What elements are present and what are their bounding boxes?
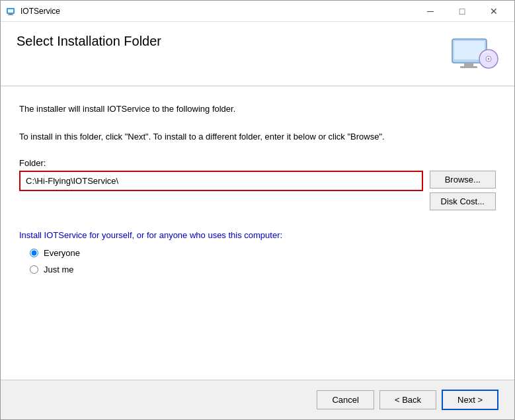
next-button[interactable]: Next >	[442, 390, 498, 410]
radio-everyone[interactable]: Everyone	[30, 248, 496, 258]
folder-input[interactable]	[19, 171, 423, 191]
content-area: The installer will install IOTService to…	[1, 87, 514, 380]
folder-row: Browse... Disk Cost...	[19, 171, 496, 210]
page-title: Select Installation Folder	[17, 34, 161, 49]
window-controls: ─ □ ✕	[415, 1, 509, 21]
folder-input-container	[19, 171, 423, 210]
svg-rect-7	[460, 66, 477, 68]
footer: Cancel < Back Next >	[1, 380, 514, 419]
header-icon	[451, 34, 498, 73]
back-button[interactable]: < Back	[379, 390, 436, 409]
folder-section: Folder: Browse... Disk Cost...	[19, 158, 496, 210]
desc-line2: To install in this folder, click "Next".…	[19, 130, 496, 144]
close-button[interactable]: ✕	[479, 1, 509, 21]
svg-rect-1	[8, 9, 13, 13]
radio-justme-input[interactable]	[30, 265, 38, 274]
radio-everyone-label: Everyone	[44, 248, 80, 258]
radio-group: Everyone Just me	[19, 248, 496, 274]
svg-rect-3	[8, 15, 13, 15]
cancel-button[interactable]: Cancel	[317, 390, 374, 409]
title-bar: IOTService ─ □ ✕	[1, 1, 514, 22]
svg-point-10	[488, 58, 490, 60]
minimize-button[interactable]: ─	[415, 1, 446, 21]
radio-everyone-input[interactable]	[30, 249, 38, 257]
header-section: Select Installation Folder	[1, 22, 514, 87]
desc-line1: The installer will install IOTService to…	[19, 103, 496, 116]
folder-buttons: Browse... Disk Cost...	[430, 171, 496, 210]
radio-justme[interactable]: Just me	[30, 265, 496, 274]
radio-justme-label: Just me	[44, 265, 74, 274]
folder-label: Folder:	[19, 158, 496, 168]
window-title: IOTService	[20, 7, 415, 16]
maximize-button[interactable]: □	[447, 1, 477, 21]
description-text: The installer will install IOTService to…	[19, 103, 496, 144]
install-for-label: Install IOTService for yourself, or for …	[19, 230, 496, 240]
svg-rect-6	[464, 63, 473, 66]
browse-button[interactable]: Browse...	[430, 171, 496, 189]
install-for-section: Install IOTService for yourself, or for …	[19, 230, 496, 274]
app-icon	[6, 6, 17, 17]
disk-cost-button[interactable]: Disk Cost...	[430, 192, 496, 210]
